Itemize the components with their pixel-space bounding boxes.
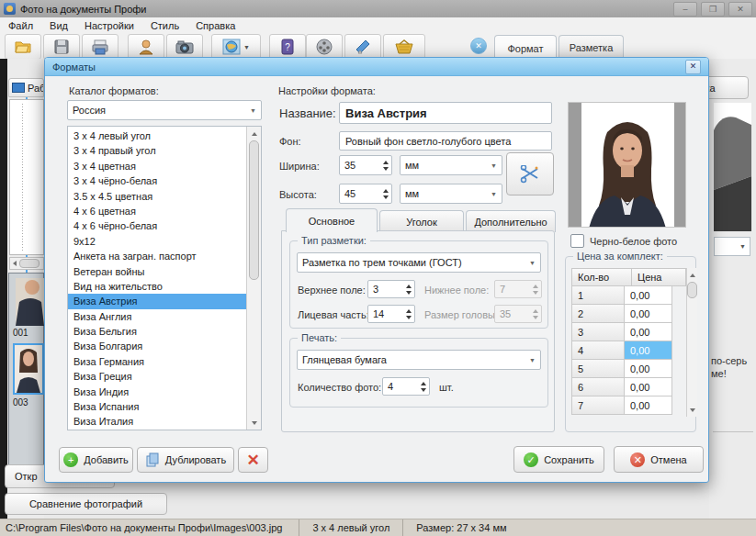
list-item[interactable]: 3.5 х 4.5 цветная <box>68 189 246 204</box>
format-list-scrollbar[interactable] <box>246 127 261 430</box>
folder-tree[interactable] <box>9 99 44 255</box>
qty-cell[interactable]: 2 <box>571 305 625 323</box>
scroll-down-icon[interactable] <box>247 416 261 430</box>
list-item[interactable]: 3 х 4 цветная <box>68 159 246 173</box>
paper-select[interactable]: Глянцевая бумага ▼ <box>297 350 541 370</box>
tab-markup[interactable]: Разметка <box>559 35 624 59</box>
width-unit-select[interactable]: мм ▼ <box>400 155 502 175</box>
minimize-button[interactable]: – <box>673 2 697 17</box>
list-item[interactable]: 3 х 4 левый угол <box>68 128 246 143</box>
height-unit-select[interactable]: мм ▼ <box>400 184 502 204</box>
country-select[interactable]: Россия ▼ <box>67 100 262 120</box>
print-button[interactable] <box>82 34 118 60</box>
stepper-arrows[interactable] <box>379 184 391 203</box>
price-cell[interactable]: 0,00 <box>625 286 672 305</box>
stamp-button[interactable] <box>344 34 381 60</box>
list-item[interactable]: Виза Индия <box>68 385 246 399</box>
menu-style[interactable]: Стиль <box>142 20 187 31</box>
stepper-arrows[interactable] <box>417 378 429 395</box>
scroll-left-icon[interactable] <box>13 261 17 266</box>
price-cell[interactable]: 0,00 <box>625 305 672 323</box>
price-cell[interactable]: 0,00 <box>625 360 672 378</box>
tab-main[interactable]: Основное <box>286 208 378 232</box>
list-item[interactable]: Виза Бельгия <box>68 324 246 339</box>
width-stepper[interactable]: 35 <box>339 155 392 175</box>
tab-additional[interactable]: Дополнительно <box>466 210 556 232</box>
list-item[interactable]: Ветеран войны <box>68 264 246 279</box>
list-item[interactable]: 9х12 <box>68 234 246 249</box>
background-combo-fragment[interactable]: ▼ <box>714 237 750 256</box>
shop-button[interactable] <box>383 34 425 60</box>
top-margin-stepper[interactable]: 3 <box>367 280 415 298</box>
menu-file[interactable]: Файл <box>0 20 41 31</box>
scroll-thumb[interactable] <box>687 282 697 298</box>
save-button[interactable] <box>43 34 80 60</box>
stepper-arrows[interactable] <box>379 156 391 174</box>
list-item[interactable]: 3 х 4 чёрно-белая <box>68 173 246 188</box>
maximize-button[interactable]: ❒ <box>701 2 725 17</box>
bw-photo-option[interactable]: Черно-белое фото <box>570 234 677 248</box>
save-format-button[interactable]: ✓ Сохранить <box>513 446 604 473</box>
camera-button[interactable] <box>166 34 203 60</box>
list-item[interactable]: 4 х 6 цветная <box>68 204 246 218</box>
list-item[interactable]: Виза Англия <box>68 309 246 324</box>
list-item[interactable]: Анкета на загран. паспорт <box>68 249 246 263</box>
dialog-title-bar[interactable]: Форматы ✕ <box>45 58 708 76</box>
qty-cell[interactable]: 6 <box>571 378 625 396</box>
duplicate-button[interactable]: Дублировать <box>137 447 234 473</box>
dialog-close-button[interactable]: ✕ <box>685 60 701 74</box>
qty-cell[interactable]: 3 <box>571 323 625 341</box>
effects-button[interactable]: ▼ <box>211 34 261 60</box>
chevron-down-icon[interactable]: ▼ <box>243 44 250 50</box>
panel-close-icon[interactable]: ✕ <box>470 38 487 54</box>
crop-button[interactable] <box>506 152 554 195</box>
list-item[interactable]: Виза Испания <box>68 399 246 414</box>
menu-help[interactable]: Справка <box>187 20 243 31</box>
tab-corner[interactable]: Уголок <box>379 210 464 232</box>
close-button[interactable]: ✕ <box>728 2 752 17</box>
horizontal-scrollbar[interactable] <box>9 257 44 270</box>
help-button[interactable]: ? <box>269 34 306 60</box>
list-item[interactable]: 4 х 6 чёрно-белая <box>68 218 246 233</box>
col-header-price[interactable]: Цена <box>632 268 686 286</box>
markup-type-select[interactable]: Разметка по трем точками (ГОСТ) ▼ <box>297 252 541 273</box>
price-table-scrollbar[interactable] <box>686 268 697 417</box>
list-item[interactable]: Виза Германия <box>68 354 246 369</box>
qty-cell[interactable]: 4 <box>571 341 625 360</box>
photo-count-stepper[interactable]: 4 <box>382 377 430 396</box>
stepper-arrows[interactable] <box>402 306 414 322</box>
video-button[interactable] <box>306 34 343 60</box>
scroll-thumb[interactable] <box>249 140 259 280</box>
qty-cell[interactable]: 1 <box>571 286 625 305</box>
price-cell[interactable]: 0,00 <box>625 341 672 360</box>
delete-button[interactable]: ✕ <box>238 447 268 473</box>
price-cell[interactable]: 0,00 <box>625 396 672 415</box>
cancel-button[interactable]: ✕ Отмена <box>614 446 704 473</box>
scroll-thumb[interactable] <box>19 259 39 268</box>
list-item[interactable]: Виза Греция <box>68 369 246 384</box>
qty-cell[interactable]: 5 <box>571 360 625 378</box>
list-item[interactable]: Виза Болгария <box>68 339 246 353</box>
col-header-qty[interactable]: Кол-во <box>571 268 632 286</box>
menu-settings[interactable]: Настройки <box>76 20 142 31</box>
tab-desktop[interactable]: Раб <box>8 78 44 97</box>
portrait-button[interactable] <box>128 34 164 60</box>
height-stepper[interactable]: 45 <box>339 184 392 204</box>
stepper-arrows[interactable] <box>402 281 414 297</box>
scroll-up-icon[interactable] <box>687 268 697 282</box>
menu-view[interactable]: Вид <box>41 20 76 31</box>
scroll-up-icon[interactable] <box>247 127 261 140</box>
price-cell[interactable]: 0,00 <box>625 323 672 341</box>
open-button[interactable] <box>5 34 41 60</box>
list-item[interactable]: 3 х 4 правый угол <box>68 143 246 158</box>
face-part-stepper[interactable]: 14 <box>367 305 415 323</box>
thumbnail-001[interactable] <box>16 278 44 326</box>
scroll-down-icon[interactable] <box>687 403 697 417</box>
bw-checkbox[interactable] <box>570 234 584 248</box>
qty-cell[interactable]: 7 <box>571 396 625 415</box>
price-cell[interactable]: 0,00 <box>625 378 672 396</box>
list-item[interactable]: Виза Австрия <box>68 294 246 308</box>
add-button[interactable]: + Добавить <box>59 447 133 473</box>
thumbnail-003[interactable] <box>13 343 44 395</box>
list-item[interactable]: Виза Италия <box>68 414 246 429</box>
